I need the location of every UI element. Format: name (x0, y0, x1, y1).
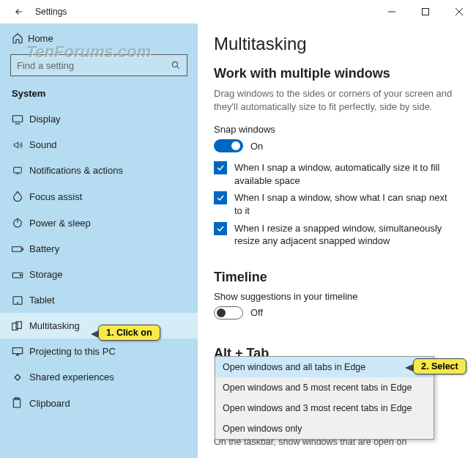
power-icon (12, 217, 29, 229)
search-input[interactable]: Find a setting (10, 54, 187, 76)
sidebar-item-label: Display (29, 114, 61, 125)
section-heading-timeline: Timeline (214, 270, 455, 285)
focus-assist-icon (12, 191, 29, 202)
sidebar-item-label: Notifications & actions (29, 165, 123, 176)
sidebar-item-label: Focus assist (29, 191, 82, 202)
check-label: When I snap a window, automatically size… (234, 161, 455, 187)
svg-point-14 (20, 274, 21, 276)
sidebar-item-storage[interactable]: Storage (0, 262, 198, 287)
snap-check-1[interactable]: When I snap a window, automatically size… (214, 161, 455, 187)
svg-line-5 (176, 66, 179, 68)
sidebar-item-sound[interactable]: Sound (0, 132, 198, 158)
snap-windows-state: On (250, 141, 263, 152)
search-icon (171, 60, 181, 70)
multitasking-icon (12, 321, 29, 331)
sidebar-item-display[interactable]: Display (0, 106, 198, 132)
notifications-icon (12, 166, 29, 176)
sidebar-home-label: Home (28, 33, 53, 44)
svg-rect-17 (12, 323, 18, 330)
sidebar-item-focus-assist[interactable]: Focus assist (0, 183, 198, 210)
sidebar-item-label: Battery (29, 243, 59, 254)
timeline-label: Show suggestions in your timeline (214, 291, 455, 302)
titlebar: Settings (0, 0, 476, 23)
svg-point-16 (17, 302, 18, 303)
sidebar-item-label: Power & sleep (29, 218, 91, 229)
svg-rect-12 (22, 248, 23, 250)
snap-windows-label: Snap windows (214, 124, 455, 135)
battery-icon (12, 245, 29, 254)
snap-check-2[interactable]: When I snap a window, show what I can sn… (214, 191, 455, 217)
close-button[interactable] (442, 0, 476, 23)
sidebar: Home Find a setting System Display Sound… (0, 23, 198, 458)
alttab-option-1[interactable]: Open windows and 5 most recent tabs in E… (215, 377, 434, 398)
sound-icon (12, 140, 29, 150)
maximize-button[interactable] (409, 0, 442, 23)
sidebar-item-label: Tablet (29, 295, 55, 306)
checkbox-icon (214, 222, 227, 235)
storage-icon (12, 270, 29, 280)
sidebar-item-projecting[interactable]: Projecting to this PC (0, 339, 198, 364)
section-heading-snap: Work with multiple windows (214, 66, 455, 81)
alttab-option-0[interactable]: Open windows and all tabs in Edge (215, 357, 434, 377)
back-button[interactable] (9, 7, 29, 17)
sidebar-item-notifications[interactable]: Notifications & actions (0, 158, 198, 183)
page-title: Multitasking (214, 34, 455, 54)
section-desc-snap: Drag windows to the sides or corners of … (214, 87, 455, 114)
sidebar-item-label: Shared experiences (29, 372, 114, 383)
display-icon (12, 114, 29, 125)
search-placeholder: Find a setting (17, 60, 171, 71)
checkbox-icon (214, 191, 227, 204)
minimize-button[interactable] (375, 0, 409, 23)
svg-rect-6 (12, 115, 22, 122)
home-icon (12, 32, 28, 44)
checkbox-icon (214, 161, 227, 174)
sidebar-item-label: Storage (29, 269, 63, 280)
sidebar-item-clipboard[interactable]: Clipboard (0, 390, 198, 416)
svg-rect-18 (16, 322, 21, 328)
check-label: When I snap a window, show what I can sn… (234, 191, 455, 217)
callout-2: 2. Select (413, 358, 466, 374)
alttab-option-2[interactable]: Open windows and 3 most recent tabs in E… (215, 398, 434, 418)
callout-arrow-2 (405, 364, 413, 372)
sidebar-item-shared-experiences[interactable]: Shared experiences (0, 364, 198, 390)
sidebar-item-label: Multitasking (29, 320, 80, 331)
sidebar-item-label: Projecting to this PC (29, 346, 116, 357)
tablet-icon (12, 295, 29, 306)
sidebar-item-battery[interactable]: Battery (0, 236, 198, 262)
sidebar-item-tablet[interactable]: Tablet (0, 287, 198, 313)
sidebar-section-label: System (0, 84, 198, 106)
clipboard-icon (12, 397, 29, 409)
shared-icon (12, 372, 29, 383)
snap-check-3[interactable]: When I resize a snapped window, simultan… (214, 222, 455, 248)
sidebar-item-power-sleep[interactable]: Power & sleep (0, 210, 198, 236)
sidebar-home[interactable]: Home (0, 26, 198, 50)
callout-arrow-1 (91, 330, 98, 338)
svg-rect-19 (12, 347, 22, 353)
window-title: Settings (35, 7, 67, 17)
timeline-state: Off (250, 307, 263, 318)
snap-windows-toggle[interactable] (214, 139, 243, 152)
timeline-toggle[interactable] (214, 306, 243, 320)
svg-rect-8 (14, 167, 22, 173)
svg-point-4 (172, 62, 177, 67)
callout-1: 1. Click on (98, 325, 160, 341)
svg-rect-1 (423, 9, 429, 15)
alttab-dropdown[interactable]: Open windows and all tabs in Edge Open w… (215, 356, 434, 440)
alttab-option-3[interactable]: Open windows only (215, 418, 434, 439)
sidebar-item-label: Sound (29, 139, 57, 150)
check-label: When I resize a snapped window, simultan… (234, 222, 455, 248)
svg-rect-11 (12, 246, 22, 251)
projecting-icon (12, 347, 29, 357)
sidebar-item-label: Clipboard (29, 398, 70, 409)
